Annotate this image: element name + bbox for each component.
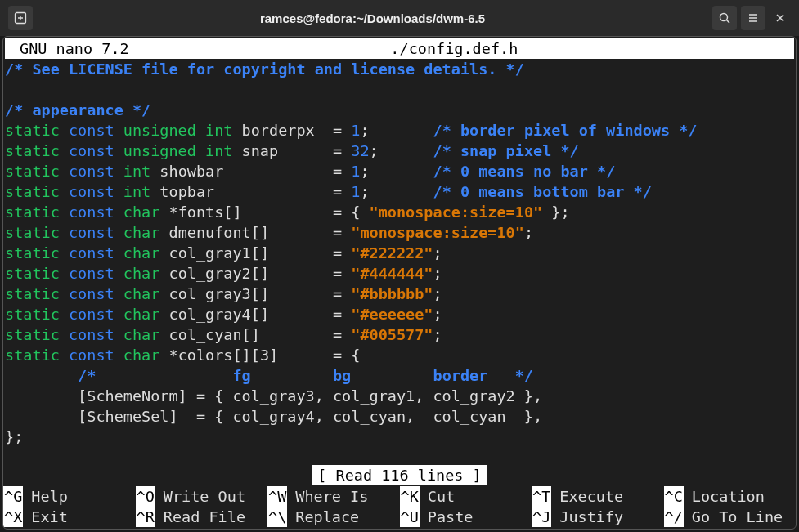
close-icon — [775, 13, 785, 23]
shortcut-label: Execute — [559, 486, 623, 507]
menu-button[interactable] — [741, 6, 765, 30]
shortcut-key: ^T — [532, 486, 551, 507]
code-line: static const int topbar = 1; /* 0 means … — [5, 181, 794, 202]
window-title: ramces@fedora:~/Downloads/dwm-6.5 — [39, 11, 706, 25]
shortcut-item: ^UPaste — [400, 507, 532, 527]
shortcut-label: Read File — [164, 507, 245, 527]
shortcut-key: ^C — [664, 486, 684, 507]
code-line: static const char col_gray2[] = "#444444… — [5, 263, 794, 284]
shortcut-label: Paste — [428, 507, 474, 527]
shortcut-key: ^\ — [267, 507, 287, 527]
terminal-area[interactable]: GNU nano 7.2 ./config.def.h /* See LICEN… — [2, 36, 797, 530]
code-line: static const char col_gray4[] = "#eeeeee… — [5, 304, 794, 324]
nano-shortcuts: ^GHelp^OWrite Out^WWhere Is^KCut^TExecut… — [3, 486, 796, 527]
code-line: static const unsigned int borderpx = 1; … — [5, 120, 794, 141]
search-button[interactable] — [712, 6, 737, 30]
code-line: static const char *colors[][3] = { — [5, 345, 794, 365]
nano-filename: ./config.def.h — [129, 38, 779, 59]
shortcut-item: ^CLocation — [664, 486, 797, 507]
shortcut-label: Where Is — [295, 486, 368, 507]
code-line: [SchemeNorm] = { col_gray3, col_gray1, c… — [5, 386, 794, 406]
code-line: /* appearance */ — [5, 100, 794, 120]
shortcut-label: Justify — [559, 507, 623, 527]
titlebar-actions — [712, 6, 791, 30]
shortcut-key: ^W — [267, 486, 287, 507]
nano-status-text: [ Read 116 lines ] — [312, 465, 486, 485]
nano-status-bar: [ Read 116 lines ] — [3, 465, 796, 485]
shortcut-key: ^X — [3, 507, 23, 527]
shortcut-key: ^G — [3, 486, 23, 507]
shortcut-key: ^/ — [664, 507, 684, 527]
close-button[interactable] — [770, 7, 791, 29]
editor-content[interactable]: /* See LICENSE file for copyright and li… — [5, 59, 794, 447]
shortcut-key: ^K — [400, 486, 420, 507]
code-line: }; — [5, 427, 794, 447]
shortcut-label: Location — [692, 486, 765, 507]
shortcut-item: ^JJustify — [532, 507, 664, 527]
shortcut-item: ^KCut — [400, 486, 532, 507]
hamburger-icon — [747, 11, 760, 25]
shortcut-item: ^RRead File — [136, 507, 268, 527]
nano-version: GNU nano 7.2 — [20, 38, 129, 59]
code-line: static const unsigned int snap = 32; /* … — [5, 141, 794, 161]
shortcut-item: ^\Replace — [267, 507, 400, 527]
code-line: static const int showbar = 1; /* 0 means… — [5, 161, 794, 181]
code-line: static const char col_cyan[] = "#005577"… — [5, 324, 794, 345]
plus-box-icon — [14, 11, 27, 25]
shortcut-label: Cut — [428, 486, 455, 507]
shortcut-item: ^TExecute — [532, 486, 664, 507]
shortcut-label: Replace — [295, 507, 359, 527]
search-icon — [718, 11, 731, 25]
code-line: static const char col_gray3[] = "#bbbbbb… — [5, 284, 794, 304]
shortcut-label: Exit — [31, 507, 68, 527]
shortcut-item: ^WWhere Is — [267, 486, 400, 507]
svg-point-1 — [720, 14, 728, 21]
shortcut-item: ^XExit — [3, 507, 136, 527]
shortcut-item: ^OWrite Out — [136, 486, 268, 507]
shortcut-key: ^O — [136, 486, 155, 507]
code-line: static const char *fonts[] = { "monospac… — [5, 202, 794, 222]
shortcut-item: ^/Go To Line — [664, 507, 797, 527]
shortcut-key: ^J — [532, 507, 551, 527]
code-line: static const char dmenufont[] = "monospa… — [5, 222, 794, 243]
shortcut-key: ^R — [136, 507, 155, 527]
shortcut-item: ^GHelp — [3, 486, 136, 507]
new-tab-button[interactable] — [8, 6, 33, 30]
code-line: /* See LICENSE file for copyright and li… — [5, 59, 794, 79]
shortcut-label: Help — [31, 486, 68, 507]
code-line: static const char col_gray1[] = "#222222… — [5, 243, 794, 263]
code-line — [5, 79, 794, 100]
shortcut-label: Write Out — [164, 486, 245, 507]
code-line: /* fg bg border */ — [5, 365, 794, 386]
titlebar: ramces@fedora:~/Downloads/dwm-6.5 — [0, 0, 799, 36]
code-line: [SchemeSel] = { col_gray4, col_cyan, col… — [5, 406, 794, 427]
shortcut-label: Go To Line — [692, 507, 783, 527]
nano-header: GNU nano 7.2 ./config.def.h — [5, 38, 794, 59]
shortcut-key: ^U — [400, 507, 420, 527]
